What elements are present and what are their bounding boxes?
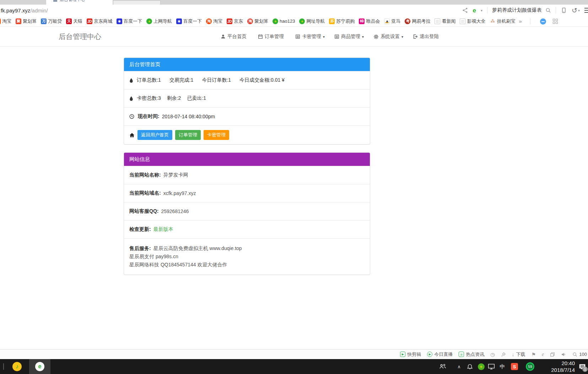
quick-action-button[interactable]: 卡密管理 bbox=[204, 130, 229, 140]
site-domain-row: 当前网站域名: xcfk.pay97.xyz bbox=[124, 184, 370, 202]
bookmark-item[interactable]: 特 唯品会 bbox=[359, 18, 380, 25]
people-icon[interactable] bbox=[438, 359, 448, 374]
hidden-icons-chevron-icon[interactable]: ∧ bbox=[455, 359, 463, 374]
nav-item-orders[interactable]: 订单管理 bbox=[258, 33, 286, 40]
user-icon bbox=[221, 34, 226, 39]
nav-item-platform-home[interactable]: 平台首页 bbox=[221, 33, 248, 40]
apps-grid-icon[interactable] bbox=[553, 19, 558, 24]
stat-value: 交易完成:1 bbox=[169, 77, 194, 83]
live-today-button[interactable]: ▶ 今日直播 bbox=[427, 351, 453, 358]
page-title: 后台管理中心 bbox=[59, 27, 101, 47]
bookmark-item[interactable]: + hao123 bbox=[273, 18, 295, 24]
speed-mode-caret-icon[interactable]: ▾ bbox=[481, 9, 482, 12]
bookmark-favicon-icon: 考 bbox=[405, 18, 410, 24]
bookmark-favicon-icon: 特 bbox=[359, 18, 365, 24]
play-circle-icon: ▶ bbox=[427, 352, 432, 357]
bookmark-item[interactable]: ✱ 百度一下 bbox=[176, 18, 202, 25]
nav-item-card-keys[interactable]: 卡密管理▾ bbox=[295, 33, 325, 40]
stat-value: 今日成交金额:0.01 ¥ bbox=[239, 77, 285, 83]
browser-toolbar: fk.pay97.xyz/admin/ e ▾ 萝莉养成计划颜值爆表 ↺ ▾ bbox=[0, 5, 588, 16]
mobile-view-icon[interactable] bbox=[561, 7, 567, 13]
flag-icon[interactable]: ⚑ bbox=[532, 352, 536, 357]
quick-clip-button[interactable]: ▶ 快剪辑 bbox=[400, 351, 421, 358]
adblock-minus-icon[interactable] bbox=[540, 18, 546, 25]
quick-action-button[interactable]: 返回用户首页 bbox=[137, 130, 172, 140]
current-time-row: 现在时间: 2018-07-14 08:40:00pm bbox=[124, 107, 370, 125]
sogou-icon[interactable]: S bbox=[510, 359, 519, 374]
nav-item-logout[interactable]: 退出登陆 bbox=[413, 33, 441, 40]
bookmark-item[interactable]: ⁂ 挂机刷宝 bbox=[490, 18, 515, 25]
share-icon[interactable] bbox=[462, 7, 468, 13]
bookmark-favicon-icon: 万 bbox=[41, 18, 47, 24]
360-safety-icon[interactable]: + bbox=[477, 359, 485, 374]
hot-news-button[interactable]: ≡ 热点资讯 bbox=[459, 351, 484, 358]
logout-icon bbox=[413, 34, 418, 39]
speaker-icon[interactable] bbox=[561, 352, 566, 357]
clock-icon bbox=[129, 114, 134, 119]
stat-value: 剩余:2 bbox=[167, 95, 181, 101]
nav-item-products[interactable]: 商品管理▾ bbox=[334, 33, 364, 40]
address-bar[interactable]: fk.pay97.xyz/admin/ bbox=[1, 7, 48, 13]
browser-tab-active[interactable]: 后台管理中心 bbox=[46, 0, 113, 5]
bookmark-favicon-icon: 天 bbox=[66, 18, 72, 24]
clock-time: 20:40 bbox=[561, 360, 575, 367]
stat-value: 已卖出:1 bbox=[187, 95, 206, 101]
taskbar-browser-button[interactable]: e bbox=[29, 359, 50, 374]
latest-version-link[interactable]: 最新版本 bbox=[153, 226, 173, 233]
menu-icon[interactable] bbox=[584, 8, 588, 13]
speed-mode-icon[interactable]: e bbox=[473, 7, 476, 13]
speed-test-icon[interactable]: ◷ bbox=[490, 352, 495, 357]
qq-music-icon[interactable]: ♪ bbox=[12, 362, 22, 371]
main-nav: 平台首页 订单管理 卡密管理▾ 商品管理▾ 系统设置▾ 退出登陆 bbox=[221, 27, 441, 47]
search-input[interactable]: 萝莉养成计划颜值爆表 bbox=[492, 7, 551, 13]
down-arrow-icon: ↓ bbox=[512, 352, 514, 357]
taskbar-clock[interactable]: 20:40 2018/7/14 bbox=[539, 359, 575, 374]
bookmark-label: 亚马 bbox=[391, 18, 400, 25]
bookmark-item[interactable]: 聚 聚划算 bbox=[16, 18, 37, 25]
zoom-level[interactable]: 100 bbox=[572, 352, 587, 357]
action-center-icon[interactable]: 1 bbox=[578, 359, 587, 374]
browser-tab-strip: 后台管理中心 bbox=[0, 0, 588, 5]
bookmark-item[interactable]: 淘 淘宝 bbox=[206, 18, 222, 25]
bookmark-item[interactable]: a 亚马 bbox=[384, 18, 400, 25]
bookmark-item[interactable]: JD 京东商城 bbox=[87, 18, 112, 25]
list-icon bbox=[334, 34, 339, 39]
bookmark-item[interactable]: 淘 淘宝 bbox=[0, 18, 11, 25]
bookmark-item[interactable]: JD 京东 bbox=[227, 18, 243, 25]
bookmark-item[interactable]: 影视大全 bbox=[460, 18, 485, 25]
bookmark-item[interactable]: 淘 聚划算 bbox=[247, 18, 268, 25]
download-button[interactable]: ↓ 下载 bbox=[512, 351, 525, 358]
toolbar-divider bbox=[487, 7, 487, 13]
gear-icon bbox=[373, 34, 379, 39]
monitor-icon[interactable] bbox=[487, 359, 496, 374]
ie-mode-icon[interactable]: e bbox=[542, 352, 544, 357]
bookmark-item[interactable]: ✱ 百度一下 bbox=[117, 18, 142, 25]
ime-indicator[interactable]: 中 bbox=[498, 359, 507, 374]
clip-icon: ▶ bbox=[400, 352, 405, 357]
bookmark-item[interactable]: + 网址导航 bbox=[299, 18, 325, 25]
bookmark-item[interactable]: 天 天猫 bbox=[66, 18, 82, 25]
bookmark-item[interactable]: 考 网易考拉 bbox=[405, 18, 430, 25]
bell-icon[interactable] bbox=[465, 359, 474, 374]
browser-tab-new[interactable] bbox=[113, 0, 161, 5]
bookmark-label: 看新闻 bbox=[442, 18, 455, 25]
bookmark-item[interactable]: 看新闻 bbox=[435, 18, 455, 25]
bookmark-item[interactable]: 万 万能贷 bbox=[41, 18, 62, 25]
windows-cascade-icon[interactable] bbox=[550, 352, 555, 357]
pin-icon[interactable] bbox=[501, 352, 506, 357]
nav-item-settings[interactable]: 系统设置▾ bbox=[373, 33, 403, 40]
quick-action-button[interactable]: 订单管理 bbox=[175, 130, 201, 140]
zoom-icon bbox=[572, 352, 577, 357]
bookmark-item[interactable]: + 上网导航 bbox=[146, 18, 172, 25]
bookmark-item[interactable]: 苏 苏宁易购 bbox=[329, 18, 355, 25]
bookmark-label: hao123 bbox=[280, 18, 295, 24]
360-score-icon[interactable]: 59 bbox=[525, 359, 535, 374]
bookmark-favicon-icon: a bbox=[384, 18, 390, 24]
bookmarks-overflow-icon[interactable]: » bbox=[519, 18, 522, 24]
bookmark-list: 淘 淘宝 聚 聚划算 万 万能贷 天 天猫 JD 京东商城 bbox=[0, 18, 515, 25]
cards-stats-row: 卡密总数:3剩余:2已卖出:1 bbox=[124, 89, 370, 107]
undo-button[interactable]: ↺ ▾ bbox=[572, 7, 580, 14]
bookmark-favicon-icon: ✱ bbox=[117, 18, 122, 24]
search-query-text: 萝莉养成计划颜值爆表 bbox=[492, 7, 542, 13]
droplet-icon bbox=[129, 96, 133, 101]
